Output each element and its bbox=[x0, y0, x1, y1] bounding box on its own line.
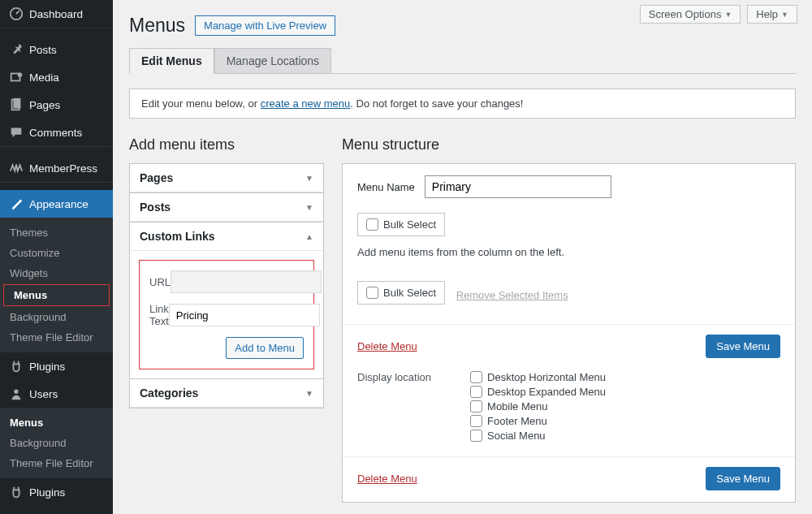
location-option[interactable]: Mobile Menu bbox=[470, 400, 606, 412]
checkbox-icon[interactable] bbox=[366, 218, 378, 231]
submenu-widgets[interactable]: Widgets bbox=[0, 263, 113, 283]
sidebar-item-dashboard[interactable]: Dashboard bbox=[0, 0, 113, 28]
sidebar-label: Users bbox=[29, 388, 58, 400]
page-title: Menus bbox=[129, 15, 185, 37]
submenu-theme-file-editor-2[interactable]: Theme File Editor bbox=[0, 453, 113, 473]
sidebar-label: Pages bbox=[29, 99, 60, 111]
url-label: URL bbox=[149, 276, 171, 288]
sidebar-label: Appearance bbox=[29, 198, 89, 210]
checkbox-icon[interactable] bbox=[470, 400, 482, 412]
memberpress-icon bbox=[8, 160, 24, 176]
menu-structure-column: Menu structure Menu Name Bulk Select Add… bbox=[342, 136, 796, 503]
url-input[interactable] bbox=[171, 270, 322, 293]
bulk-select-label: Bulk Select bbox=[383, 287, 436, 299]
custom-links-form: URL Link Text Add to Menu bbox=[139, 260, 314, 369]
screen-options-button[interactable]: Screen Options ▼ bbox=[640, 5, 741, 24]
sidebar-item-plugins[interactable]: Plugins bbox=[0, 352, 113, 380]
location-option[interactable]: Footer Menu bbox=[470, 415, 606, 427]
add-to-menu-button[interactable]: Add to Menu bbox=[226, 337, 304, 359]
sidebar-label: MemberPress bbox=[29, 162, 97, 175]
sidebar-item-memberpress[interactable]: MemberPress bbox=[0, 154, 113, 182]
bulk-select-top[interactable]: Bulk Select bbox=[357, 213, 445, 236]
accordion-custom-links: Custom Links ▲ URL Link Text bbox=[129, 222, 324, 379]
display-location-label: Display location bbox=[357, 371, 431, 442]
checkbox-icon[interactable] bbox=[470, 371, 482, 383]
submenu-themes[interactable]: Themes bbox=[0, 222, 113, 243]
add-menu-items-column: Add menu items Pages ▼ Posts ▼ Custom Li… bbox=[129, 136, 324, 503]
chevron-down-icon: ▼ bbox=[305, 203, 313, 212]
users-submenu: Menus Background Theme File Editor bbox=[0, 408, 113, 478]
location-label: Desktop Expanded Menu bbox=[487, 386, 606, 398]
location-label: Mobile Menu bbox=[487, 400, 547, 412]
sidebar-item-users[interactable]: Users bbox=[0, 380, 113, 408]
accordion-label: Categories bbox=[140, 387, 198, 400]
save-menu-button[interactable]: Save Menu bbox=[706, 335, 780, 358]
chevron-down-icon: ▼ bbox=[305, 174, 313, 183]
submenu-menus-2[interactable]: Menus bbox=[0, 412, 113, 433]
location-option[interactable]: Desktop Horizontal Menu bbox=[470, 371, 606, 383]
submenu-menus[interactable]: Menus bbox=[3, 284, 110, 306]
tab-edit-menus[interactable]: Edit Menus bbox=[129, 48, 214, 74]
submenu-customize[interactable]: Customize bbox=[0, 243, 113, 263]
location-label: Social Menu bbox=[487, 430, 546, 442]
plugins-icon bbox=[8, 484, 24, 500]
svg-point-5 bbox=[14, 390, 18, 394]
menu-structure-panel: Menu Name Bulk Select Add menu items fro… bbox=[342, 163, 796, 503]
sidebar-label: Plugins bbox=[29, 486, 65, 499]
sidebar-item-appearance[interactable]: Appearance bbox=[0, 190, 113, 218]
sidebar-item-plugins-2[interactable]: Plugins bbox=[0, 478, 113, 506]
checkbox-icon[interactable] bbox=[366, 287, 378, 299]
pin-icon bbox=[8, 41, 24, 58]
accordion-posts: Posts ▼ bbox=[129, 192, 324, 222]
notice: Edit your menu below, or create a new me… bbox=[129, 89, 796, 119]
menu-structure-heading: Menu structure bbox=[342, 136, 796, 153]
caret-down-icon: ▼ bbox=[781, 11, 788, 19]
tab-manage-locations[interactable]: Manage Locations bbox=[214, 48, 331, 74]
sidebar-item-posts[interactable]: Posts bbox=[0, 36, 113, 63]
manage-live-preview-button[interactable]: Manage with Live Preview bbox=[195, 15, 335, 36]
help-button[interactable]: Help ▼ bbox=[747, 5, 797, 24]
create-new-menu-link[interactable]: create a new menu bbox=[261, 97, 351, 110]
submenu-background[interactable]: Background bbox=[0, 307, 113, 327]
sidebar-item-comments[interactable]: Comments bbox=[0, 119, 113, 146]
chevron-down-icon: ▼ bbox=[305, 389, 313, 398]
sidebar-label: Plugins bbox=[29, 361, 65, 373]
notice-text: Edit your menu below, or bbox=[141, 97, 261, 110]
checkbox-icon[interactable] bbox=[470, 415, 482, 427]
menu-name-label: Menu Name bbox=[357, 181, 415, 193]
remove-selected-link[interactable]: Remove Selected Items bbox=[456, 289, 568, 301]
svg-point-2 bbox=[18, 73, 22, 77]
sidebar-item-users-2[interactable]: Users bbox=[0, 506, 113, 514]
bulk-select-label: Bulk Select bbox=[383, 218, 436, 231]
appearance-submenu: Themes Customize Widgets Menus Backgroun… bbox=[0, 218, 113, 352]
bulk-select-bottom[interactable]: Bulk Select bbox=[357, 281, 445, 305]
accordion-pages: Pages ▼ bbox=[129, 163, 324, 193]
submenu-theme-file-editor[interactable]: Theme File Editor bbox=[0, 327, 113, 348]
location-option[interactable]: Social Menu bbox=[470, 430, 606, 442]
accordion-custom-links-header[interactable]: Custom Links ▲ bbox=[130, 222, 323, 251]
sidebar-label: Posts bbox=[29, 44, 57, 56]
accordion-label: Pages bbox=[140, 171, 173, 184]
accordion-posts-header[interactable]: Posts ▼ bbox=[130, 193, 323, 222]
submenu-background-2[interactable]: Background bbox=[0, 433, 113, 453]
accordion-categories: Categories ▼ bbox=[129, 378, 324, 408]
menu-name-input[interactable] bbox=[425, 175, 611, 198]
location-option[interactable]: Desktop Expanded Menu bbox=[470, 386, 606, 398]
link-text-input[interactable] bbox=[169, 304, 320, 326]
sidebar-item-media[interactable]: Media bbox=[0, 63, 113, 91]
delete-menu-link[interactable]: Delete Menu bbox=[357, 473, 417, 485]
link-text-label: Link Text bbox=[149, 303, 169, 327]
add-menu-items-heading: Add menu items bbox=[129, 136, 324, 153]
save-menu-button[interactable]: Save Menu bbox=[706, 467, 780, 490]
delete-menu-link[interactable]: Delete Menu bbox=[357, 340, 417, 352]
accordion-categories-header[interactable]: Categories ▼ bbox=[130, 379, 323, 408]
tabs: Edit Menus Manage Locations bbox=[129, 48, 796, 74]
checkbox-icon[interactable] bbox=[470, 386, 482, 398]
screen-options-label: Screen Options bbox=[649, 8, 722, 20]
sidebar-label: Comments bbox=[29, 127, 82, 139]
checkbox-icon[interactable] bbox=[470, 430, 482, 442]
dashboard-icon bbox=[8, 6, 24, 22]
location-label: Footer Menu bbox=[487, 415, 547, 427]
sidebar-item-pages[interactable]: Pages bbox=[0, 91, 113, 119]
accordion-pages-header[interactable]: Pages ▼ bbox=[130, 164, 323, 192]
